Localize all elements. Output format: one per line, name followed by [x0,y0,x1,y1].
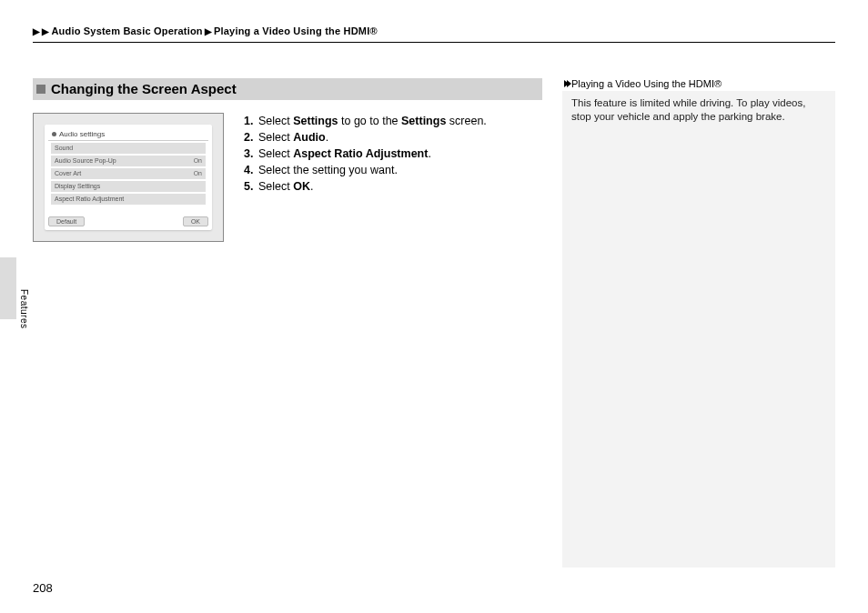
settings-screenshot: Audio settings SoundAudio Source Pop-UpO… [33,113,224,242]
step-text: . [326,131,328,144]
thumb-row-label: Aspect Ratio Adjustment [55,194,124,205]
step-body: Select Audio. [258,129,487,146]
thumb-header: Audio settings [48,128,208,141]
side-tab-label: Features [19,289,29,328]
thumb-row-label: Audio Source Pop-Up [55,156,116,166]
step-text: screen. [446,115,486,127]
step-bold: Aspect Ratio Adjustment [293,147,428,160]
step-bold: Audio [293,131,325,144]
step-body: Select Settings to go to the Settings sc… [258,113,487,129]
step-number: 5. [244,178,258,195]
breadcrumb-level1: Audio System Basic Operation [51,25,202,36]
step-text: . [428,147,430,160]
thumb-row: Sound [51,143,206,154]
breadcrumb-level2: Playing a Video Using the HDMI® [214,25,378,36]
breadcrumb: ▶ ▶ Audio System Basic Operation ▶ Playi… [33,25,835,36]
step-bold: Settings [293,115,338,127]
step-text: Select [258,180,293,193]
caret-right-icon: ▶ [33,26,40,36]
page-number: 208 [33,581,53,595]
thumb-row-label: Display Settings [55,181,100,192]
step-number: 1. [244,113,258,129]
sidebar-body-text: This feature is limited while driving. T… [571,97,805,122]
step-text: to go to the [338,115,402,127]
thumb-default-button: Default [48,216,85,226]
step: 2.Select Audio. [244,129,487,146]
step-number: 3. [244,146,258,162]
sidebar-box: This feature is limited while driving. T… [562,91,835,568]
step: 4.Select the setting you want. [244,162,487,178]
sidebar-title: Playing a Video Using the HDMI® [562,78,835,89]
steps-list: 1.Select Settings to go to the Settings … [244,107,487,242]
section-title: Changing the Screen Aspect [51,78,237,100]
step-text: . [310,180,313,193]
step-text: Select the setting you want. [258,164,398,176]
step-number: 4. [244,162,258,178]
thumb-row: Audio Source Pop-UpOn [51,156,206,166]
section-heading: Changing the Screen Aspect [33,78,542,100]
caret-right-icon: ▶ [205,26,212,36]
step-bold: OK [293,180,310,193]
step-body: Select OK. [258,178,487,195]
step-body: Select the setting you want. [258,162,487,178]
step: 3.Select Aspect Ratio Adjustment. [244,146,487,162]
thumb-row: Display Settings [51,181,206,192]
step-number: 2. [244,129,258,146]
step-text: Select [258,147,293,160]
step-text: Select [258,131,293,144]
step-bold: Settings [401,115,446,127]
thumb-header-text: Audio settings [59,130,105,138]
thumb-row: Aspect Ratio Adjustment [51,194,206,205]
caret-right-icon: ▶ [42,26,49,36]
square-bullet-icon [36,85,45,94]
step-body: Select Aspect Ratio Adjustment. [258,146,487,162]
thumb-row-value: On [194,168,202,179]
thumb-row-label: Sound [55,143,73,154]
thumb-ok-button: OK [183,216,208,226]
sidebar-title-text: Playing a Video Using the HDMI® [571,78,722,89]
step: 1.Select Settings to go to the Settings … [244,113,487,129]
thumb-row: Cover ArtOn [51,168,206,179]
thumb-row-value: On [194,156,202,166]
step-text: Select [258,115,293,127]
side-tab [0,257,16,319]
thumb-row-label: Cover Art [55,168,81,179]
dot-icon [52,132,56,136]
step: 5.Select OK. [244,178,487,195]
header-rule [33,42,835,43]
